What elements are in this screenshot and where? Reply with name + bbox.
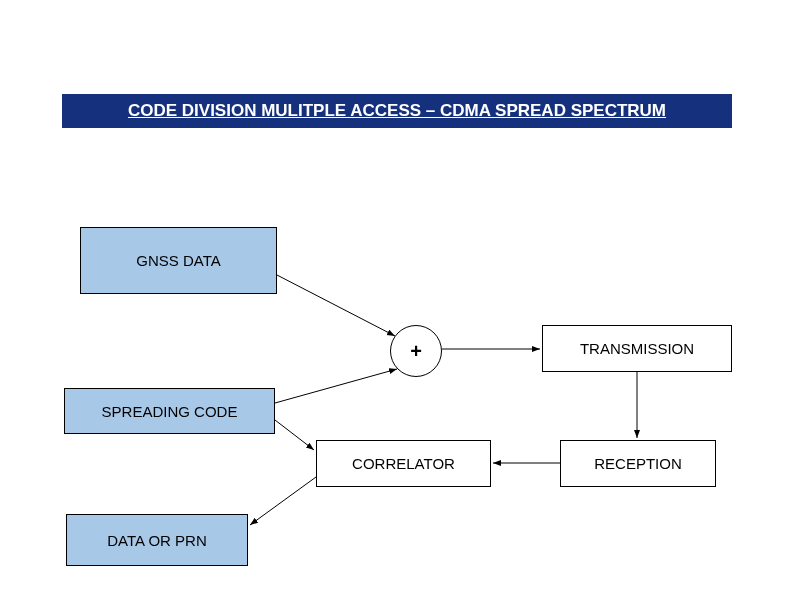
- node-spreading-code: SPREADING CODE: [64, 388, 275, 434]
- diagram-arrows: [0, 0, 794, 595]
- node-reception: RECEPTION: [560, 440, 716, 487]
- svg-line-5: [250, 477, 316, 525]
- node-combiner-plus: +: [390, 325, 442, 377]
- node-correlator: CORRELATOR: [316, 440, 491, 487]
- node-gnss-data: GNSS DATA: [80, 227, 277, 294]
- svg-line-1: [275, 369, 397, 403]
- node-transmission: TRANSMISSION: [542, 325, 732, 372]
- svg-line-6: [275, 420, 314, 450]
- title-bar: CODE DIVISION MULITPLE ACCESS – CDMA SPR…: [62, 94, 732, 128]
- svg-line-0: [277, 275, 395, 336]
- node-data-or-prn: DATA OR PRN: [66, 514, 248, 566]
